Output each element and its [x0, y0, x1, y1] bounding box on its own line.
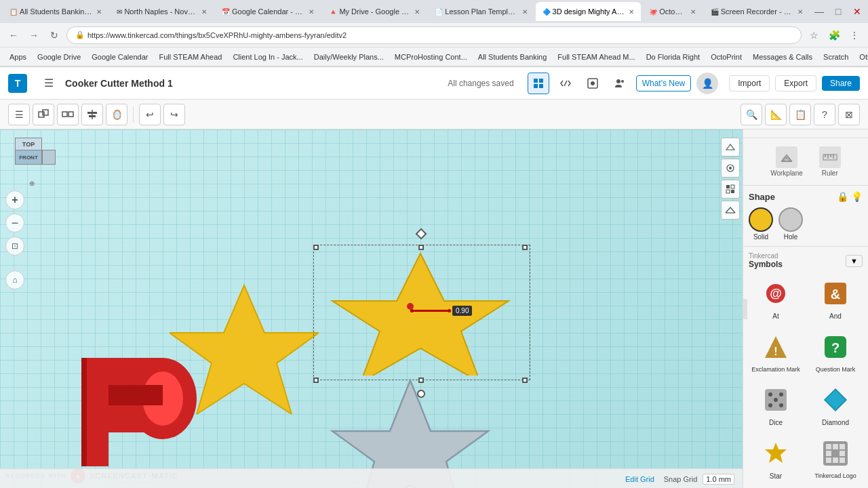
- symbol-star[interactable]: Star: [749, 434, 803, 483]
- symbol-and[interactable]: & And: [808, 274, 863, 323]
- tab-close-1[interactable]: ✕: [96, 8, 102, 16]
- solid-option[interactable]: Solid: [749, 207, 773, 241]
- tab-close-5[interactable]: ✕: [522, 8, 528, 16]
- menu-edit-button[interactable]: ☰: [8, 104, 30, 125]
- collapse-panel-button[interactable]: ›: [743, 299, 747, 319]
- zoom-out-button[interactable]: −: [5, 214, 24, 232]
- plane-button[interactable]: [721, 201, 740, 220]
- symbol-tinkercad-logo[interactable]: Tinkercad Logo: [808, 434, 863, 483]
- back-button[interactable]: ←: [5, 27, 22, 43]
- scale-handle-bl[interactable]: [313, 378, 319, 383]
- bookmark-do-florida[interactable]: Do Florida Right: [642, 52, 704, 62]
- tab-lesson-plan[interactable]: 📄 Lesson Plan Template -... ✕: [428, 2, 534, 21]
- collaborate-button[interactable]: [609, 73, 631, 94]
- light-shape-button[interactable]: 💡: [851, 191, 863, 202]
- pivot-point[interactable]: [407, 303, 414, 310]
- share-button[interactable]: Share: [822, 76, 860, 91]
- hole-option[interactable]: Hole: [778, 207, 803, 241]
- symbol-exclamation[interactable]: ! Exclamation Mark: [749, 328, 803, 375]
- bookmark-apps[interactable]: Apps: [5, 52, 31, 62]
- undo-button[interactable]: ↩: [139, 104, 161, 125]
- code-view-button[interactable]: [555, 73, 576, 94]
- bookmark-client-log[interactable]: Client Log In - Jack...: [229, 52, 307, 62]
- cube-nav-button[interactable]: ⊕: [29, 180, 35, 187]
- bookmark-daily-plans[interactable]: Daily/Weekly Plans...: [310, 52, 388, 62]
- tab-octoprint[interactable]: 🐙 OctoPrint ✕: [642, 2, 703, 21]
- bookmark-octoprint[interactable]: OctoPrint: [707, 52, 746, 62]
- import-button[interactable]: Import: [729, 75, 770, 92]
- redo-button[interactable]: ↪: [163, 104, 185, 125]
- measure-button[interactable]: 📐: [765, 104, 787, 125]
- tab-drive[interactable]: 🔺 My Drive - Google Drive ✕: [322, 2, 427, 21]
- tab-calendar[interactable]: 📅 Google Calendar - Wee... ✕: [215, 2, 321, 21]
- red-3d-letter[interactable]: [68, 351, 258, 475]
- reload-button[interactable]: ↻: [46, 27, 62, 43]
- tab-tinkercad[interactable]: 🔷 3D design Mighty Amb... ✕: [536, 2, 642, 21]
- reset-view-button[interactable]: [721, 159, 740, 178]
- symbol-diamond[interactable]: Diamond: [808, 381, 863, 429]
- group-button[interactable]: [33, 104, 54, 125]
- cube-top-face[interactable]: TOP: [15, 138, 42, 151]
- minimize-button[interactable]: —: [811, 3, 827, 20]
- search-button[interactable]: 🔍: [741, 104, 762, 125]
- url-bar[interactable]: 🔒 https://www.tinkercad.com/things/bx5Cv…: [66, 26, 802, 44]
- bookmark-mcpro[interactable]: MCProHosting Cont...: [391, 52, 471, 62]
- tab-all-students[interactable]: 📋 All Students Banking - C... ✕: [3, 2, 108, 21]
- edit-grid-button[interactable]: Edit Grid: [621, 474, 658, 485]
- toggle-button[interactable]: [721, 180, 740, 199]
- tab-close-3[interactable]: ✕: [309, 8, 314, 16]
- symbol-dice[interactable]: Dice: [749, 381, 803, 429]
- snap-grid-value[interactable]: 1.0 mm: [703, 474, 734, 485]
- bookmark-google-calendar[interactable]: Google Calendar: [87, 52, 152, 62]
- ungroup-button[interactable]: [57, 104, 79, 125]
- bookmark-all-students[interactable]: All Students Banking: [474, 52, 551, 62]
- scale-handle-tr[interactable]: [522, 245, 528, 250]
- tab-screen-recorder[interactable]: 🎬 Screen Recorder - Reco... ✕: [704, 2, 810, 21]
- zoom-in-button[interactable]: +: [5, 190, 24, 209]
- cube-front-face[interactable]: FRONT: [15, 150, 42, 165]
- bookmark-button[interactable]: ☆: [806, 27, 822, 43]
- mirror-button[interactable]: 🪞: [106, 104, 127, 125]
- tab-north-naples[interactable]: ✉ North Naples - Novemb... ✕: [110, 2, 214, 21]
- grid-view-button[interactable]: [528, 73, 549, 94]
- close-button[interactable]: ✕: [849, 3, 865, 20]
- export-button[interactable]: Export: [775, 75, 816, 92]
- mirror-view-button[interactable]: ⊠: [838, 104, 860, 125]
- scale-handle-tl[interactable]: [313, 245, 319, 250]
- lock-shape-button[interactable]: 🔒: [837, 191, 848, 202]
- forward-button[interactable]: →: [26, 27, 42, 43]
- tab-close-6[interactable]: ✕: [629, 8, 634, 16]
- scale-handle-br[interactable]: [522, 378, 528, 383]
- bookmark-messages[interactable]: Messages & Calls: [749, 52, 816, 62]
- tab-close-2[interactable]: ✕: [201, 8, 207, 16]
- maximize-button[interactable]: □: [830, 3, 846, 20]
- tab-close-7[interactable]: ✕: [690, 8, 696, 16]
- menu-icon[interactable]: ☰: [38, 73, 60, 94]
- bookmark-other[interactable]: Other bookmarks »: [855, 52, 868, 62]
- ruler-tool[interactable]: Ruler: [814, 144, 846, 180]
- home-view-button[interactable]: ⌂: [5, 270, 24, 289]
- render-view-button[interactable]: [582, 73, 604, 94]
- bookmark-google-drive[interactable]: Google Drive: [33, 52, 85, 62]
- bookmark-full-steam[interactable]: Full STEAM Ahead: [155, 52, 226, 62]
- help-button[interactable]: ?: [814, 104, 835, 125]
- fit-view-button[interactable]: ⊡: [5, 237, 24, 256]
- view-cube[interactable]: TOP FRONT ⊕: [8, 138, 56, 185]
- scale-handle-tm[interactable]: [418, 245, 424, 250]
- bookmark-full-steam-m[interactable]: Full STEAM Ahead M...: [553, 52, 639, 62]
- whats-new-label[interactable]: What's New: [636, 75, 692, 92]
- perspective-button[interactable]: [721, 138, 740, 157]
- viewport[interactable]: TOP FRONT ⊕ + − ⊡ ⌂: [0, 129, 743, 488]
- hole-swatch[interactable]: [778, 207, 803, 232]
- symbol-at[interactable]: @ At: [749, 274, 803, 323]
- tab-close-8[interactable]: ✕: [797, 8, 803, 16]
- symbols-dropdown-button[interactable]: ▼: [846, 255, 863, 267]
- user-avatar[interactable]: 👤: [696, 73, 718, 94]
- bookmark-scratch[interactable]: Scratch: [819, 52, 852, 62]
- tab-close-4[interactable]: ✕: [414, 8, 420, 16]
- menu-button[interactable]: ⋮: [846, 27, 863, 43]
- solid-color-swatch[interactable]: [749, 207, 773, 232]
- notes-button[interactable]: 📋: [789, 104, 811, 125]
- symbol-question[interactable]: ? Question Mark: [808, 328, 863, 375]
- yellow-star-selected[interactable]: 0.90: [319, 250, 522, 378]
